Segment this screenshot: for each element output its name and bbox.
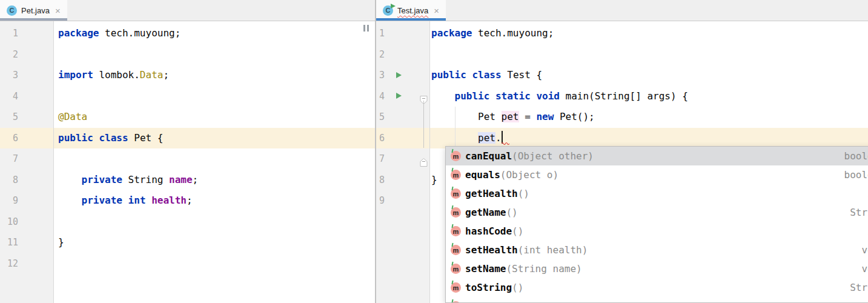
code-token (531, 90, 537, 102)
fold-end-icon[interactable] (420, 154, 428, 164)
code-token: void (536, 90, 560, 102)
code-token: String (122, 174, 169, 185)
code-line: 11} (0, 232, 375, 253)
line-number: 4 (13, 86, 18, 107)
completion-params: () (506, 207, 517, 218)
fold-collapse-icon[interactable] (420, 92, 428, 101)
gutter-separator (53, 21, 54, 303)
completion-item[interactable]: mcanEqual(Object other)boolean (446, 147, 868, 165)
completion-item[interactable]: mgetName()String (446, 203, 868, 222)
method-icon: m (451, 170, 461, 180)
code-token: public (455, 90, 490, 102)
code-token: name (169, 174, 193, 185)
completion-return-type: void (861, 263, 868, 275)
completion-return-type: boolean (844, 150, 868, 162)
tab-indicator (376, 18, 446, 21)
tab-label: Test.java (397, 6, 428, 15)
method-icon: m (451, 282, 461, 293)
completion-return-type: void (861, 244, 868, 256)
line-number: 10 (7, 211, 18, 233)
run-gutter-icon[interactable] (396, 72, 402, 78)
line-number: 9 (13, 190, 18, 211)
completion-item[interactable]: msetHealth(int health)void (446, 241, 868, 259)
editor-pet[interactable]: 1package tech.muyoung;23import lombok.Da… (0, 21, 375, 303)
code-token: int (128, 195, 146, 206)
gutter-separator (429, 21, 430, 303)
fold-region-line (423, 101, 424, 148)
line-number: 2 (13, 44, 18, 65)
code-token: . (495, 132, 502, 144)
completion-item[interactable]: mequals(Object o)boolean (446, 165, 868, 184)
code-line: 6 pet. (376, 128, 868, 149)
code-token: health (151, 195, 187, 206)
method-icon: m (451, 151, 461, 161)
code-token (58, 195, 82, 206)
code-line: 1package tech.muyoung; (376, 23, 868, 44)
code-line: 5@Data (0, 107, 375, 128)
code-token (489, 90, 495, 102)
tab-close-icon[interactable]: × (55, 5, 61, 16)
tabbar-right: C Test.java × (376, 0, 868, 21)
completion-item[interactable]: msetName(String name)void (446, 259, 868, 278)
ide-screen: C Pet.java × 1package tech.muyoung;23imp… (0, 0, 868, 303)
code-line: 6public class Pet { (0, 128, 375, 149)
method-icon: m (451, 188, 461, 199)
code-line: 2 (0, 44, 375, 65)
java-runnable-class-icon: C (383, 5, 393, 16)
code-line: 3import lombok.Data; (0, 65, 375, 86)
completion-item[interactable]: mhashCode()int (446, 222, 868, 241)
tab-close-icon[interactable]: × (434, 5, 439, 16)
completion-popup: mcanEqual(Object other)booleanmequals(Ob… (445, 146, 868, 303)
line-number: 6 (379, 128, 385, 149)
code-token: ; (187, 195, 193, 206)
code-token: Pet { (128, 132, 164, 144)
indent-guide (455, 107, 456, 148)
completion-name: hashCode (465, 225, 512, 237)
completion-name: canEqual (465, 150, 512, 162)
line-number: 7 (13, 148, 18, 170)
java-class-icon: C (7, 5, 17, 16)
completion-name: toString (465, 282, 512, 293)
pane-grip-icon[interactable] (363, 25, 369, 32)
code-token: lombok. (93, 69, 140, 81)
method-icon: m (451, 245, 461, 255)
completion-item[interactable]: mtoString()String (446, 278, 868, 297)
code-token (122, 195, 128, 206)
code-token: Pet (431, 111, 502, 122)
completion-name: setName (465, 263, 506, 275)
code-token (146, 195, 152, 206)
method-icon: m (451, 226, 461, 236)
line-number: 12 (7, 253, 18, 275)
code-token: } (431, 174, 437, 185)
code-token (58, 174, 82, 185)
completion-params: (String name) (506, 263, 581, 275)
code-line: 7 (0, 148, 375, 170)
line-number: 3 (13, 65, 18, 86)
code-token: public (431, 69, 466, 81)
completion-item[interactable]: mgetHealth()int (446, 184, 868, 203)
completion-name: getHealth (465, 188, 518, 199)
method-icon: m (451, 264, 461, 274)
line-number: 8 (379, 170, 385, 191)
line-number: 5 (13, 107, 18, 128)
editor-pane-test: C Test.java × 1package tech.muyoung;23pu… (376, 0, 868, 303)
code-token: public (58, 132, 93, 144)
code-line: 1package tech.muyoung; (0, 23, 375, 44)
line-number: 5 (379, 107, 385, 128)
tab-pet-java[interactable]: C Pet.java × (0, 0, 67, 21)
line-number: 4 (379, 86, 385, 107)
code-token: package (58, 27, 99, 39)
tabbar-left: C Pet.java × (0, 0, 375, 21)
completion-params: () (512, 282, 523, 293)
code-token: package (431, 27, 472, 39)
completion-return-type: String (850, 207, 868, 218)
run-gutter-icon[interactable] (396, 93, 402, 99)
code-token (93, 132, 99, 144)
code-token: = (519, 111, 537, 122)
completion-name: getName (465, 207, 506, 218)
tab-test-java[interactable]: C Test.java × (376, 0, 446, 21)
code-token: class (99, 132, 128, 144)
tab-indicator (0, 18, 67, 21)
completion-item[interactable]: m (446, 297, 868, 303)
code-line: 2 (376, 44, 868, 65)
